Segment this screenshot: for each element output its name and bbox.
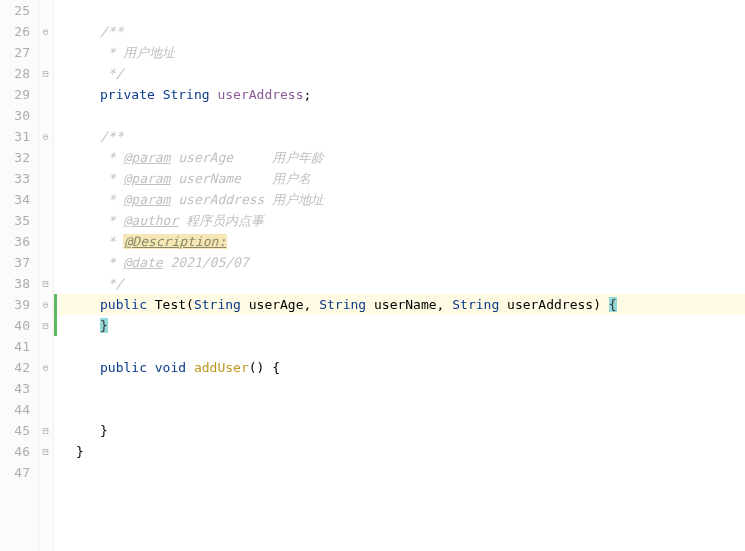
line-number: 44 <box>4 399 30 420</box>
code-line[interactable] <box>58 378 745 399</box>
fold-toggle-icon[interactable]: ⊟ <box>41 426 50 435</box>
comment: */ <box>100 66 123 81</box>
doc-tag: @param <box>123 171 170 186</box>
param-name: userAge <box>178 150 233 165</box>
type: String <box>163 87 210 102</box>
code-line[interactable]: * 用户地址 <box>58 42 745 63</box>
line-number: 29 <box>4 84 30 105</box>
code-line[interactable]: * @date 2021/05/07 <box>58 252 745 273</box>
code-line[interactable]: } <box>58 441 745 462</box>
code-line[interactable]: } <box>58 315 745 336</box>
comment-star: * <box>100 150 123 165</box>
param-desc: 用户地址 <box>272 192 324 207</box>
comment-star: * <box>100 234 123 249</box>
fold-toggle-icon[interactable]: ⊟ <box>41 69 50 78</box>
comment-star: * <box>100 213 123 228</box>
line-number: 47 <box>4 462 30 483</box>
line-number: 33 <box>4 168 30 189</box>
brace-match: } <box>100 318 108 333</box>
line-number: 35 <box>4 210 30 231</box>
return-type: void <box>155 360 186 375</box>
line-number: 25 <box>4 0 30 21</box>
line-number: 32 <box>4 147 30 168</box>
code-line[interactable]: * @param userAge 用户年龄 <box>58 147 745 168</box>
keyword: public <box>100 297 147 312</box>
line-number: 43 <box>4 378 30 399</box>
line-number: 42 <box>4 357 30 378</box>
line-number-gutter: 25 26 27 28 29 30 31 32 33 34 35 36 37 3… <box>0 0 39 551</box>
comment-star: * <box>100 255 123 270</box>
fold-gutter[interactable]: ⊖⊟⊖⊟⊖⊟⊖⊟⊟ <box>39 0 54 551</box>
semicolon: ; <box>304 87 312 102</box>
doc-tag: @author <box>123 213 178 228</box>
comment: * 用户地址 <box>100 45 175 60</box>
fold-toggle-icon[interactable]: ⊟ <box>41 279 50 288</box>
param-desc: 用户名 <box>272 171 311 186</box>
code-line[interactable]: * @param userName 用户名 <box>58 168 745 189</box>
doc-tag: @date <box>123 255 162 270</box>
change-marker <box>54 315 57 336</box>
brace-match: { <box>609 297 617 312</box>
line-number: 38 <box>4 273 30 294</box>
line-number: 34 <box>4 189 30 210</box>
brace: } <box>76 444 84 459</box>
code-line-current[interactable]: public Test(String userAge, String userN… <box>58 294 745 315</box>
identifier: userAddress <box>217 87 303 102</box>
comment-star: * <box>100 171 123 186</box>
code-area[interactable]: /** * 用户地址 */ private String userAddress… <box>54 0 745 551</box>
doc-tag: @param <box>123 150 170 165</box>
code-line[interactable]: } <box>58 420 745 441</box>
line-number: 41 <box>4 336 30 357</box>
code-line[interactable]: private String userAddress; <box>58 84 745 105</box>
method-name: addUser <box>194 360 249 375</box>
fold-toggle-icon[interactable]: ⊖ <box>41 300 50 309</box>
code-line[interactable]: * @author 程序员内点事 <box>58 210 745 231</box>
code-line[interactable]: */ <box>58 63 745 84</box>
line-number: 46 <box>4 441 30 462</box>
comment: */ <box>100 276 123 291</box>
keyword: private <box>100 87 155 102</box>
comment: /** <box>100 24 123 39</box>
code-line[interactable] <box>58 462 745 483</box>
line-number: 40 <box>4 315 30 336</box>
code-line[interactable]: * @Description: <box>58 231 745 252</box>
code-editor[interactable]: 25 26 27 28 29 30 31 32 33 34 35 36 37 3… <box>0 0 745 551</box>
line-number: 39 <box>4 294 30 315</box>
line-number: 37 <box>4 252 30 273</box>
line-number: 30 <box>4 105 30 126</box>
code-line[interactable] <box>58 0 745 21</box>
fold-toggle-icon[interactable]: ⊖ <box>41 363 50 372</box>
line-number: 45 <box>4 420 30 441</box>
line-number: 27 <box>4 42 30 63</box>
line-number: 31 <box>4 126 30 147</box>
code-line[interactable]: /** <box>58 126 745 147</box>
doc-tag-highlighted: @Description: <box>123 234 227 249</box>
comment-star: * <box>100 192 123 207</box>
code-line[interactable]: public void addUser() { <box>58 357 745 378</box>
code-line[interactable] <box>58 336 745 357</box>
code-line[interactable]: /** <box>58 21 745 42</box>
fold-toggle-icon[interactable]: ⊟ <box>41 447 50 456</box>
fold-toggle-icon[interactable]: ⊟ <box>41 321 50 330</box>
code-line[interactable]: * @param userAddress 用户地址 <box>58 189 745 210</box>
change-marker <box>54 294 57 315</box>
param-name: userAddress <box>178 192 264 207</box>
keyword: public <box>100 360 147 375</box>
brace: } <box>100 423 108 438</box>
fold-toggle-icon[interactable]: ⊖ <box>41 132 50 141</box>
doc-desc: 程序员内点事 <box>178 213 264 228</box>
line-number: 26 <box>4 21 30 42</box>
class-name: Test <box>155 297 186 312</box>
doc-tag: @param <box>123 192 170 207</box>
param-desc: 用户年龄 <box>272 150 324 165</box>
line-number: 36 <box>4 231 30 252</box>
code-line[interactable] <box>58 399 745 420</box>
fold-toggle-icon[interactable]: ⊖ <box>41 27 50 36</box>
param-name: userName <box>178 171 241 186</box>
comment: /** <box>100 129 123 144</box>
code-line[interactable] <box>58 105 745 126</box>
line-number: 28 <box>4 63 30 84</box>
code-line[interactable]: */ <box>58 273 745 294</box>
doc-desc: 2021/05/07 <box>163 255 249 270</box>
